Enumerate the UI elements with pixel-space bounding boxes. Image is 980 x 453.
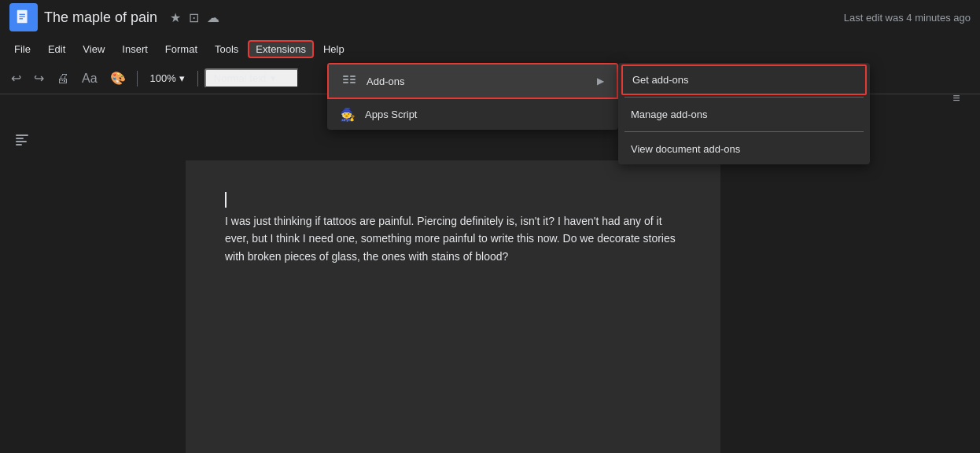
submenu-separator-1 (624, 97, 864, 98)
addons-arrow: ▶ (597, 76, 604, 87)
divider-2 (197, 71, 198, 87)
view-addons-label: View document add-ons (631, 143, 740, 155)
addons-icon (341, 72, 357, 90)
text-cursor (225, 192, 227, 208)
app-icon[interactable] (9, 3, 38, 31)
divider-1 (137, 71, 138, 87)
last-edit-text: Last edit was 4 minutes ago (844, 12, 971, 24)
menu-extensions[interactable]: Extensions (248, 40, 314, 58)
undo-button[interactable]: ↩ (6, 68, 26, 89)
svg-rect-12 (350, 76, 356, 77)
star-icon[interactable]: ★ (170, 10, 181, 25)
svg-rect-8 (16, 144, 22, 145)
menu-file[interactable]: File (6, 40, 39, 58)
menu-format[interactable]: Format (157, 40, 205, 58)
view-addons-item[interactable]: View document add-ons (618, 134, 870, 164)
menu-edit[interactable]: Edit (40, 40, 73, 58)
doc-page: I was just thinking if tattoos are painf… (186, 160, 720, 453)
zoom-arrow: ▾ (179, 72, 185, 84)
svg-rect-14 (350, 82, 356, 83)
style-value: Normal text (214, 72, 266, 84)
apps-script-menu-item[interactable]: 🧙 Apps Script (327, 99, 618, 130)
sidebar (0, 113, 44, 453)
apps-script-icon: 🧙 (340, 107, 356, 122)
get-addons-item[interactable]: Get add-ons (621, 64, 867, 95)
menu-view[interactable]: View (75, 40, 112, 58)
print-button[interactable]: 🖨 (52, 68, 74, 89)
submenu-separator-2 (624, 131, 864, 132)
zoom-control[interactable]: 100% ▾ (144, 70, 191, 87)
apps-script-label: Apps Script (365, 109, 606, 120)
addons-menu-item[interactable]: Add-ons ▶ (327, 63, 618, 99)
menu-tools[interactable]: Tools (207, 40, 246, 58)
menu-help[interactable]: Help (315, 40, 352, 58)
svg-rect-11 (343, 82, 348, 83)
extensions-dropdown: Add-ons ▶ 🧙 Apps Script (327, 63, 618, 130)
svg-rect-6 (16, 138, 24, 139)
doc-body-text[interactable]: I was just thinking if tattoos are painf… (225, 212, 681, 265)
svg-rect-13 (350, 79, 356, 80)
svg-rect-10 (343, 79, 348, 80)
addons-label: Add-ons (367, 76, 588, 87)
doc-title: The maple of pain (44, 9, 157, 26)
style-arrow: ▾ (271, 72, 276, 84)
addons-submenu: Get add-ons Manage add-ons View document… (618, 63, 870, 164)
line-spacing-icon[interactable]: ≡ (949, 88, 963, 109)
paint-format-button[interactable]: 🎨 (105, 68, 131, 89)
cloud-icon[interactable]: ☁ (207, 10, 219, 25)
drive-icon[interactable]: ⊡ (189, 10, 199, 25)
manage-addons-label: Manage add-ons (631, 109, 708, 120)
title-icons: ★ ⊡ ☁ (170, 10, 219, 25)
svg-rect-5 (16, 134, 28, 136)
title-bar: The maple of pain ★ ⊡ ☁ Last edit was 4 … (0, 0, 980, 35)
sidebar-doc-outline[interactable] (8, 126, 36, 154)
menu-insert[interactable]: Insert (114, 40, 156, 58)
menu-bar: File Edit View Insert Format Tools Exten… (0, 35, 980, 63)
manage-addons-item[interactable]: Manage add-ons (618, 99, 870, 130)
redo-button[interactable]: ↪ (29, 68, 49, 89)
zoom-value: 100% (150, 72, 176, 84)
svg-rect-9 (343, 76, 348, 77)
get-addons-label: Get add-ons (632, 74, 689, 86)
svg-rect-7 (16, 141, 27, 142)
style-selector[interactable]: Normal text ▾ (204, 68, 299, 88)
spell-check-button[interactable]: Aa (77, 68, 102, 89)
